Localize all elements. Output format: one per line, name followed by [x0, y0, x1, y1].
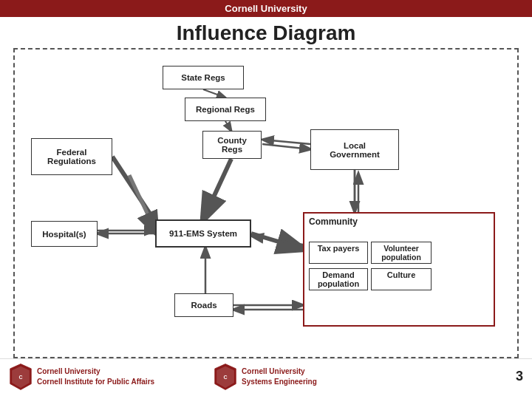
state-regs-box: State Regs [163, 66, 244, 89]
ems-system-box: 911-EMS System [155, 219, 251, 248]
community-box: Community Tax payers Volunteer populatio… [303, 212, 495, 327]
svg-line-0 [203, 89, 225, 98]
regional-regs-box: Regional Regs [185, 98, 266, 121]
footer-right-logo: C Cornell University Systems Engineering [214, 363, 317, 391]
svg-line-2 [112, 157, 154, 219]
roads-box: Roads [174, 293, 233, 317]
footer-left-logo: C Cornell University Cornell Institute f… [9, 363, 154, 391]
svg-line-4 [203, 159, 231, 219]
volunteer-box: Volunteer population [371, 242, 432, 264]
cornell-shield-right: C [214, 363, 237, 391]
header-title: Cornell University [225, 3, 307, 14]
svg-text:C: C [224, 375, 228, 381]
svg-line-12 [251, 233, 303, 249]
culture-box: Culture [371, 268, 432, 290]
page-number: 3 [516, 369, 523, 384]
community-label: Community [309, 216, 358, 227]
county-regs-box: County Regs [202, 131, 262, 159]
svg-text:C: C [18, 375, 22, 381]
taxpayers-box: Tax payers [309, 242, 368, 264]
footer-left-text: Cornell University Cornell Institute for… [37, 366, 154, 387]
demand-pop-box: Demand population [309, 268, 368, 290]
local-gov-box: Local Government [310, 129, 399, 170]
svg-line-1 [225, 121, 231, 131]
cornell-shield-left: C [9, 363, 33, 391]
diagram-area: State Regs Regional Regs County Regs Fed… [13, 48, 519, 358]
svg-line-9 [263, 140, 310, 144]
hospital-box: Hospital(s) [31, 221, 98, 247]
footer-right-text: Cornell University Systems Engineering [242, 366, 317, 387]
header-bar: Cornell University [0, 0, 532, 17]
footer: C Cornell University Cornell Institute f… [0, 358, 532, 394]
svg-line-13 [253, 236, 303, 245]
page-title: Influence Diagram [0, 17, 532, 48]
svg-line-8 [262, 144, 310, 149]
svg-line-3 [129, 175, 157, 233]
federal-regs-box: Federal Regulations [31, 138, 112, 175]
